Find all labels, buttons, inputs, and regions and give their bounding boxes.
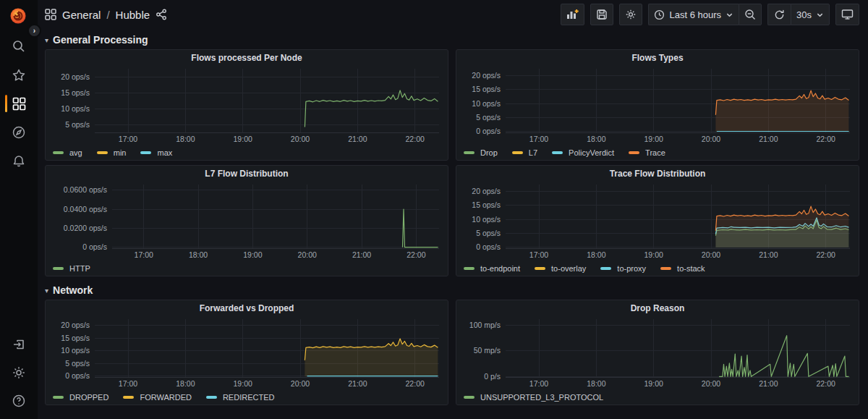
legend-swatch bbox=[464, 151, 475, 154]
y-axis-tick-label: 5 ops/s bbox=[65, 120, 90, 129]
legend-item-L7[interactable]: L7 bbox=[512, 148, 537, 157]
x-axis-tick-label: 18:00 bbox=[176, 379, 195, 388]
chart-canvas[interactable]: 0 ops/s5 ops/s10 ops/s15 ops/s20 ops/s17… bbox=[462, 182, 854, 260]
y-axis-tick-label: 15 ops/s bbox=[472, 85, 501, 93]
compass-icon bbox=[12, 125, 26, 140]
panel-title[interactable]: Flows Types bbox=[456, 50, 859, 66]
section-label: Network bbox=[53, 284, 93, 296]
panel-title[interactable]: Flows processed Per Node bbox=[46, 50, 448, 66]
legend-item-to-endpoint[interactable]: to-endpoint bbox=[464, 264, 520, 273]
chart-canvas[interactable]: 0 ops/s0.0200 ops/s0.0400 ops/s0.0600 op… bbox=[51, 182, 443, 260]
refresh-button[interactable] bbox=[767, 4, 791, 25]
y-axis-tick-label: 0.0200 ops/s bbox=[64, 224, 107, 232]
sidebar-item-help[interactable] bbox=[0, 388, 38, 414]
section-header-general-processing[interactable]: ▾ General Processing bbox=[45, 30, 859, 49]
sidebar-item-explore[interactable] bbox=[0, 119, 38, 145]
time-controls: Last 6 hours bbox=[648, 4, 762, 25]
legend-item-Trace[interactable]: Trace bbox=[629, 148, 665, 157]
legend-item-min[interactable]: min bbox=[97, 148, 127, 157]
breadcrumb-section[interactable]: General bbox=[62, 9, 101, 21]
legend-item-avg[interactable]: avg bbox=[53, 148, 82, 157]
x-axis-tick-label: 17:00 bbox=[529, 379, 548, 388]
grafana-logo[interactable] bbox=[8, 6, 28, 26]
time-range-picker[interactable]: Last 6 hours bbox=[648, 4, 739, 25]
panel-title[interactable]: Drop Reason bbox=[456, 300, 859, 316]
panel-flows-types: Flows Types0 ops/s5 ops/s10 ops/s15 ops/… bbox=[456, 49, 859, 161]
y-axis-tick-label: 10 ops/s bbox=[472, 215, 501, 224]
panel-title[interactable]: Forwarded vs Dropped bbox=[46, 300, 448, 316]
legend-item-UNSUPPORTED_L3_PROTOCOL[interactable]: UNSUPPORTED_L3_PROTOCOL bbox=[464, 393, 603, 402]
dashboard-grid-icon bbox=[45, 9, 56, 20]
x-axis-tick-label: 20:00 bbox=[702, 135, 720, 143]
sidebar-item-server-admin[interactable] bbox=[0, 360, 38, 386]
legend-label: REDIRECTED bbox=[223, 393, 275, 402]
legend-swatch bbox=[206, 396, 217, 399]
cycle-view-mode-button[interactable] bbox=[835, 4, 859, 25]
panel-trace-flow-distribution: Trace Flow Distribution0 ops/s5 ops/s10 … bbox=[456, 165, 859, 276]
sidebar-item-sign-in[interactable] bbox=[0, 331, 38, 357]
y-axis-tick-label: 0 ops/s bbox=[476, 127, 501, 135]
chart-canvas[interactable]: 0 ops/s5 ops/s10 ops/s15 ops/s20 ops/s17… bbox=[462, 66, 854, 144]
x-axis-tick-label: 22:00 bbox=[407, 250, 425, 259]
chart-canvas[interactable]: 0 p/s50 mp/s100 mp/s17:0018:0019:0020:00… bbox=[462, 316, 854, 389]
legend-item-max[interactable]: max bbox=[140, 148, 172, 157]
legend-swatch bbox=[552, 151, 563, 154]
series-fill-to-stack bbox=[715, 206, 848, 247]
legend-label: DROPPED bbox=[69, 393, 109, 402]
breadcrumb-page[interactable]: Hubble bbox=[116, 9, 150, 21]
y-axis-tick-label: 0.0400 ops/s bbox=[64, 205, 107, 213]
y-axis-tick-label: 10 ops/s bbox=[472, 99, 501, 108]
legend-item-REDIRECTED[interactable]: REDIRECTED bbox=[206, 393, 275, 402]
legend-item-HTTP[interactable]: HTTP bbox=[53, 264, 90, 273]
x-axis-tick-label: 19:00 bbox=[644, 135, 663, 143]
y-axis-tick-label: 20 ops/s bbox=[472, 187, 501, 195]
legend-label: Trace bbox=[645, 148, 665, 157]
zoom-out-button[interactable] bbox=[739, 4, 762, 25]
sidebar-item-starred[interactable] bbox=[0, 62, 38, 88]
panel-title[interactable]: L7 Flow Distribution bbox=[46, 166, 448, 182]
panel-l7-flow-distribution: L7 Flow Distribution0 ops/s0.0200 ops/s0… bbox=[45, 165, 448, 276]
legend-item-to-proxy[interactable]: to-proxy bbox=[600, 264, 646, 273]
section-header-network[interactable]: ▾ Network bbox=[45, 281, 859, 300]
x-axis-tick-label: 20:00 bbox=[291, 379, 310, 388]
x-axis-tick-label: 19:00 bbox=[234, 379, 252, 388]
x-axis-tick-label: 17:00 bbox=[529, 135, 548, 143]
search-icon bbox=[12, 39, 26, 54]
share-icon[interactable] bbox=[156, 9, 167, 20]
save-dashboard-button[interactable] bbox=[590, 4, 613, 25]
refresh-icon bbox=[774, 9, 785, 20]
x-axis-tick-label: 18:00 bbox=[587, 135, 605, 143]
panel-title[interactable]: Trace Flow Distribution bbox=[456, 166, 859, 182]
legend-item-FORWARDED[interactable]: FORWARDED bbox=[123, 393, 192, 402]
legend-label: HTTP bbox=[69, 264, 90, 273]
legend-swatch bbox=[464, 396, 475, 399]
sidebar-item-dashboards[interactable] bbox=[0, 90, 38, 117]
chart-canvas[interactable]: 0 ops/s5 ops/s10 ops/s15 ops/s20 ops/s17… bbox=[51, 316, 443, 389]
y-axis-tick-label: 0 ops/s bbox=[476, 242, 501, 251]
x-axis-tick-label: 20:00 bbox=[298, 250, 317, 259]
chart-canvas[interactable]: 5 ops/s10 ops/s15 ops/s20 ops/s17:0018:0… bbox=[51, 66, 443, 144]
x-axis-tick-label: 20:00 bbox=[291, 135, 310, 143]
x-axis-tick-label: 18:00 bbox=[176, 135, 195, 143]
legend-swatch bbox=[464, 267, 475, 270]
refresh-interval-dropdown[interactable]: 30s bbox=[791, 4, 830, 25]
add-panel-button[interactable] bbox=[561, 4, 584, 25]
legend-item-to-overlay[interactable]: to-overlay bbox=[535, 264, 586, 273]
dashboard-settings-button[interactable] bbox=[619, 4, 642, 25]
legend-item-DROPPED[interactable]: DROPPED bbox=[53, 393, 109, 402]
legend-swatch bbox=[123, 396, 134, 399]
breadcrumb-divider: / bbox=[106, 9, 109, 21]
panel-flows-processed-per-node: Flows processed Per Node5 ops/s10 ops/s1… bbox=[45, 49, 448, 161]
sidebar-item-alerting[interactable] bbox=[0, 148, 38, 174]
x-axis-tick-label: 22:00 bbox=[406, 379, 425, 388]
legend-swatch bbox=[97, 151, 108, 154]
legend-item-Drop[interactable]: Drop bbox=[464, 148, 498, 157]
x-axis-tick-label: 21:00 bbox=[348, 379, 367, 388]
sidebar-expand-button[interactable]: › bbox=[27, 24, 41, 38]
y-axis-tick-label: 10 ops/s bbox=[61, 104, 90, 113]
legend-item-to-stack[interactable]: to-stack bbox=[660, 264, 705, 273]
y-axis-tick-label: 0.0600 ops/s bbox=[64, 185, 107, 194]
legend-item-PolicyVerdict[interactable]: PolicyVerdict bbox=[552, 148, 614, 157]
x-axis-tick-label: 20:00 bbox=[702, 250, 720, 259]
add-panel-icon bbox=[566, 9, 579, 20]
